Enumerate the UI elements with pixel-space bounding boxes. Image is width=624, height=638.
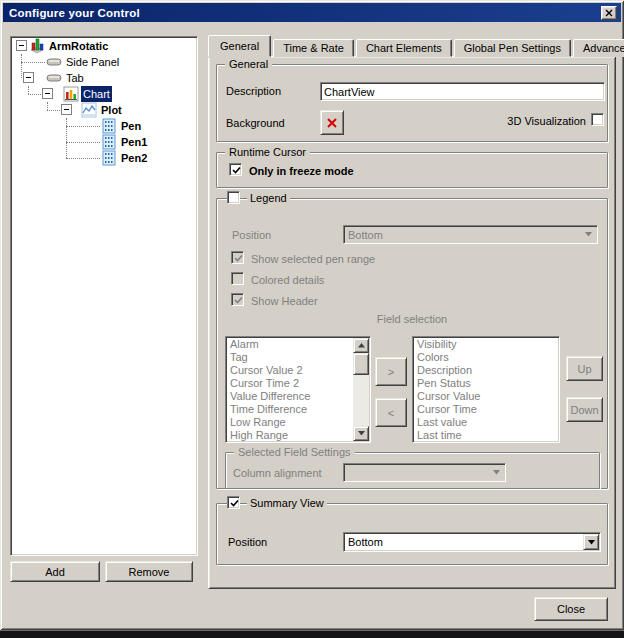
list-item: Colors [413,351,559,364]
group-runtime-caption: Runtime Cursor [225,146,310,159]
background-label: Background [226,116,285,130]
legend-checkbox[interactable] [227,191,240,204]
move-up-button: Up [566,356,603,381]
tree-item-label: Chart [81,86,112,102]
move-right-button: > [375,357,407,386]
tree-item-pen1[interactable]: Pen1 [119,134,149,150]
tree-item-pen[interactable]: Pen [119,118,143,134]
tree-item-plot[interactable]: Plot [99,102,124,118]
scroll-down-icon [353,426,369,441]
field-selection-label: Field selection [216,312,608,326]
move-left-button: < [375,398,407,427]
column-alignment-label: Column alignment [233,466,322,480]
colored-details-checkbox [231,272,244,285]
pen-icon [101,150,117,166]
list-item: Last value [413,416,559,429]
plot-icon [81,102,97,118]
list-item: Cursor Value [413,390,559,403]
summary-position-label: Position [228,535,267,549]
list-item: Last time [413,429,559,442]
list-item: Tag [226,351,370,364]
tree-expander-icon[interactable] [42,88,53,99]
list-scrollbar [353,338,369,441]
show-selected-pen-range-checkbox [231,251,244,264]
dialog-configure-control: Configure your Control ArmRotaticSide Pa… [0,0,624,638]
close-button[interactable]: Close [534,597,608,621]
chart-icon [63,86,79,102]
add-button[interactable]: Add [10,561,100,582]
list-item: High Range [226,429,370,442]
tree-expander-icon[interactable] [23,72,34,83]
list-item: Cursor Time [413,403,559,416]
tree-connector [66,142,100,143]
tab-chart-elements[interactable]: Chart Elements [356,39,452,57]
visualization-label: 3D Visualization [460,114,586,128]
tree-item-tab[interactable]: Tab [64,70,86,86]
chevron-down-icon [580,227,596,242]
description-label: Description [226,84,281,98]
list-item: Time Difference [226,403,370,416]
tab-strip: GeneralTime & RateChart ElementsGlobal P… [208,35,624,57]
show-header-label: Show Header [251,294,318,308]
column-alignment-select [343,463,506,482]
list-item: Pen Status [413,377,559,390]
scroll-thumb [353,353,369,375]
legend-label: Legend [247,191,290,205]
list-item: Low Range [226,416,370,429]
tree-item-side-panel[interactable]: Side Panel [64,54,121,70]
show-header-checkbox [231,293,244,306]
tree-item-label: Pen1 [119,134,149,150]
titlebar[interactable]: Configure your Control [3,3,621,22]
tree-item-label: ArmRotatic [47,38,110,54]
tab-general[interactable]: General [208,35,271,57]
list-item: Visibility [413,338,559,351]
legend-position-label: Position [232,228,271,242]
desktop-strip [0,630,624,638]
summary-view-label: Summary View [247,496,327,510]
tree-item-label: Pen2 [119,150,149,166]
visualization-checkbox[interactable] [591,113,604,126]
tree-item-label: Pen [119,118,143,134]
tree-connector [47,110,60,111]
tree-connector [66,118,67,158]
list-item: Description [413,364,559,377]
tree-connector [47,102,48,110]
description-input[interactable] [320,82,605,101]
list-item: Low Low Limit [226,442,370,443]
move-down-button: Down [566,397,603,422]
remove-button[interactable]: Remove [105,561,193,582]
summary-view-checkbox[interactable] [227,496,240,509]
tree-connector [66,126,100,127]
tree-item-label: Tab [64,70,86,86]
tree-connector [28,94,41,95]
tab-advanced[interactable]: Advanced [573,39,624,57]
group-sfs-caption: Selected Field Settings [234,446,355,459]
close-icon[interactable] [601,6,617,20]
tree-expander-icon[interactable] [61,104,72,115]
list-item: Value Difference [226,390,370,403]
freeze-mode-label: Only in freeze mode [249,164,354,178]
summary-position-value: Bottom [348,536,383,548]
tree-item-chart[interactable]: Chart [81,86,112,102]
control-tree[interactable]: ArmRotaticSide PanelTabChartPlotPenPen1P… [10,36,198,556]
summary-position-select[interactable]: Bottom [343,532,601,552]
panel-icon [46,70,62,86]
list-item: Cursor Time 2 [226,377,370,390]
tab-time-rate[interactable]: Time & Rate [273,39,354,57]
freeze-mode-checkbox[interactable] [229,163,242,176]
tree-expander-icon[interactable] [16,40,27,51]
group-general: General [216,64,608,142]
pen-icon [101,118,117,134]
tree-connector [66,158,100,159]
chevron-down-icon[interactable] [583,534,599,550]
tree-item-label: Plot [99,102,124,118]
background-color-clear-icon[interactable] [320,110,344,135]
scroll-up-icon [353,338,369,353]
tree-item-armrotatic[interactable]: ArmRotatic [47,38,110,54]
available-fields-list: AlarmTagCursor Value 2Cursor Time 2Value… [225,336,371,443]
tree-connector [21,62,45,63]
panel-icon [46,54,62,70]
tree-item-pen2[interactable]: Pen2 [119,150,149,166]
tab-global-pen-settings[interactable]: Global Pen Settings [454,39,571,57]
legend-position-value: Bottom [348,229,383,241]
